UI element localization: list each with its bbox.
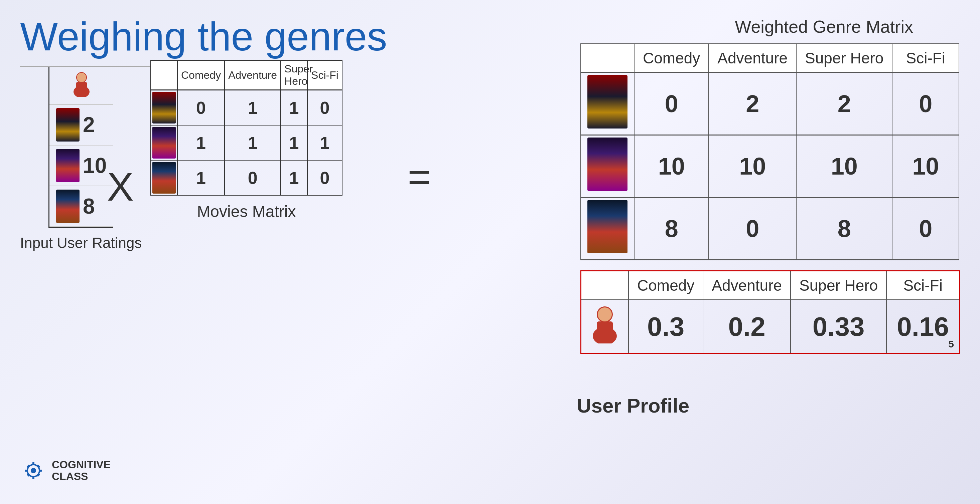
user-ratings-table: 2 10 8 [48,67,113,228]
wgm-header-comedy: Comedy [634,44,709,73]
svg-rect-13 [39,470,42,472]
movies-matrix-header: Comedy Adventure SuperHero Sci-Fi [151,60,342,90]
mm-header-img [151,60,177,90]
wgm-r2-c2: 10 [709,135,796,198]
svg-point-9 [31,468,36,473]
movie-thumb-gotg-small [56,149,80,182]
mm-r2-c2: 1 [224,125,281,160]
up-scifi: 0.16 5 [886,300,959,354]
input-user-ratings-label: Input User Ratings [20,235,142,251]
rating-3: 8 [83,194,95,219]
svg-rect-15 [37,464,40,468]
cogclass-logo: COGNITIVE CLASS [20,457,111,484]
movie-thumb-gotg2-small [56,190,80,223]
mm-r2-c3: 1 [281,125,307,160]
svg-rect-16 [26,473,30,477]
mm-row-2: 1 1 1 1 [151,125,342,160]
mm-r2-c1: 1 [177,125,224,160]
movie-thumb-bvs-small [56,108,80,141]
movies-matrix-table: Comedy Adventure SuperHero Sci-Fi 0 1 1 … [150,60,342,196]
rating-row-3: 8 [49,186,114,228]
input-user-ratings-section: 2 10 8 Input User Ratings [20,67,142,251]
svg-rect-11 [32,476,34,479]
wgm-r3-c2: 0 [709,198,796,260]
wgm-r1-c3: 2 [796,73,892,135]
mm-r3-c1: 1 [177,160,224,195]
wgm-r3-c4: 0 [892,198,959,260]
page-container: Weighing the genres Weighted Genre Matri… [0,0,980,504]
wgm-header-superhero: Super Hero [796,44,892,73]
mm-r1-c4: 0 [307,90,342,125]
wgm-row-1: 0 2 2 0 [581,73,959,135]
mm-r3-c3: 1 [281,160,307,195]
wgm-row-3: 8 0 8 0 [581,198,959,260]
wgm-table: Comedy Adventure Super Hero Sci-Fi 0 2 2… [581,43,959,260]
mm-row-1: 0 1 1 0 [151,90,342,125]
equals-sign: = [408,154,431,200]
rating-2: 10 [83,153,107,178]
mm-header-comedy: Comedy [177,60,224,90]
wgm-header-adventure: Adventure [709,44,796,73]
up-header: Comedy Adventure Super Hero Sci-Fi [581,271,959,300]
user-profile-table: Comedy Adventure Super Hero Sci-Fi [581,270,960,354]
rating-row-1: 2 [49,105,114,146]
mm-r2-c4: 1 [307,125,342,160]
movies-matrix-label: Movies Matrix [197,202,296,220]
page-title: Weighing the genres [20,13,387,59]
up-user-avatar-icon [585,303,625,344]
cogclass-icon [20,457,47,484]
wgm-img-gotg [581,135,634,198]
mm-r1-c1: 0 [177,90,224,125]
wgm-img-gotg2 [581,198,634,260]
wgm-label: Weighted Genre Matrix [735,17,913,37]
user-avatar-icon [68,70,95,97]
wgm-r2-c4: 10 [892,135,959,198]
up-row: 0.3 0.2 0.33 0.16 5 [581,300,959,354]
movies-matrix-section: Comedy Adventure SuperHero Sci-Fi 0 1 1 … [150,60,342,220]
cogclass-text: COGNITIVE CLASS [52,459,111,482]
up-header-comedy: Comedy [628,271,703,300]
wgm-r1-c2: 2 [709,73,796,135]
up-comedy: 0.3 [628,300,703,354]
up-superhero: 0.33 [791,300,886,354]
rating-1: 2 [83,113,95,137]
user-profile-label: User Profile [577,394,689,417]
wgm-img-bvs [581,73,634,135]
user-profile-container: Comedy Adventure Super Hero Sci-Fi [581,270,960,354]
svg-rect-14 [26,464,30,468]
mm-row-3: 1 0 1 0 [151,160,342,195]
up-header-superhero: Super Hero [791,271,886,300]
mm-img-bvs [151,90,177,125]
wgm-header-scifi: Sci-Fi [892,44,959,73]
svg-point-6 [598,307,612,322]
wgm-r1-c1: 0 [634,73,709,135]
wgm-r2-c1: 10 [634,135,709,198]
weighted-genre-matrix-section: Comedy Adventure Super Hero Sci-Fi 0 2 2… [581,43,960,354]
wgm-r3-c3: 8 [796,198,892,260]
wgm-r3-c1: 8 [634,198,709,260]
svg-rect-7 [597,322,613,333]
up-header-scifi: Sci-Fi [886,271,959,300]
wgm-r1-c4: 0 [892,73,959,135]
wgm-header-img [581,44,634,73]
user-avatar-cell [49,67,114,105]
mm-r1-c2: 1 [224,90,281,125]
mm-r3-c2: 0 [224,160,281,195]
svg-point-2 [77,73,86,82]
mm-header-adventure: Adventure [224,60,281,90]
wgm-row-2: 10 10 10 10 [581,135,959,198]
mm-r3-c4: 0 [307,160,342,195]
mm-r1-c3: 1 [281,90,307,125]
wgm-header: Comedy Adventure Super Hero Sci-Fi [581,44,959,73]
svg-rect-17 [37,473,40,477]
mm-img-gotg [151,125,177,160]
up-adventure: 0.2 [703,300,791,354]
svg-rect-10 [32,462,34,465]
up-user-icon [581,300,629,354]
svg-rect-12 [25,470,28,472]
mm-header-superhero: SuperHero [281,60,307,90]
up-header-adventure: Adventure [703,271,791,300]
wgm-r2-c3: 10 [796,135,892,198]
mm-img-gotg2 [151,160,177,195]
small-number: 5 [948,338,954,350]
